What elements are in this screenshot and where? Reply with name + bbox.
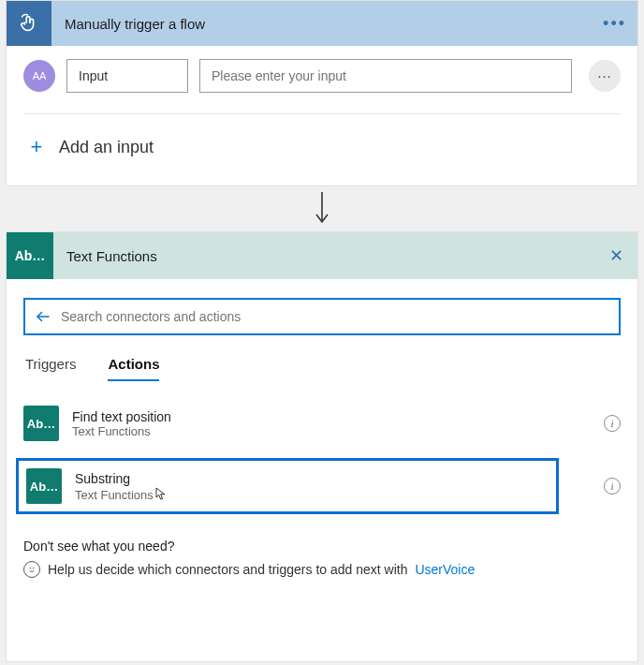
cursor-icon — [150, 488, 168, 502]
input-more-button[interactable]: … — [589, 60, 621, 92]
trigger-header[interactable]: Manually trigger a flow ••• — [7, 1, 637, 46]
svg-point-2 — [30, 568, 31, 569]
back-arrow-icon[interactable] — [35, 308, 51, 325]
text-functions-icon: Ab… — [23, 406, 59, 441]
touch-icon — [7, 1, 51, 46]
text-functions-icon: Ab… — [7, 232, 53, 279]
input-name-field[interactable] — [66, 59, 188, 93]
action-picker-card: Ab… Text Functions ✕ Triggers Actions Ab… — [6, 231, 638, 662]
action-picker-title: Text Functions — [53, 248, 594, 264]
action-name: Substring — [75, 471, 168, 486]
actions-list: Ab… Find text position Text Functions i … — [23, 398, 621, 514]
add-input-button[interactable]: + Add an input — [23, 114, 621, 180]
smiley-icon — [23, 561, 40, 578]
trigger-body: AA … + Add an input — [7, 46, 637, 185]
uservoice-link[interactable]: UserVoice — [415, 562, 475, 577]
help-line: Help us decide which connectors and trig… — [23, 561, 621, 578]
input-value-field[interactable] — [199, 59, 572, 93]
action-connector: Text Functions — [72, 424, 171, 438]
trigger-title: Manually trigger a flow — [51, 16, 603, 32]
tab-actions[interactable]: Actions — [108, 356, 159, 381]
add-input-label: Add an input — [59, 138, 154, 157]
tab-triggers[interactable]: Triggers — [25, 356, 76, 381]
help-block: Don't see what you need? Help us decide … — [23, 539, 621, 578]
flow-connector-arrow — [0, 186, 644, 231]
action-row-findtext: Ab… Find text position Text Functions i — [23, 398, 621, 449]
svg-point-3 — [33, 568, 34, 569]
close-button[interactable]: ✕ — [594, 245, 637, 266]
trigger-card: Manually trigger a flow ••• AA … + Add a… — [6, 0, 638, 186]
plus-icon: + — [27, 135, 46, 159]
action-name: Find text position — [72, 409, 171, 424]
action-picker-body: Triggers Actions Ab… Find text position … — [7, 279, 637, 597]
action-picker-header[interactable]: Ab… Text Functions ✕ — [7, 232, 637, 279]
action-connector: Text Functions — [75, 488, 154, 502]
action-find-text-position[interactable]: Ab… Find text position Text Functions — [23, 398, 593, 449]
info-icon[interactable]: i — [604, 415, 621, 432]
input-row: AA … — [23, 59, 621, 93]
search-input[interactable] — [61, 309, 609, 324]
picker-tabs: Triggers Actions — [25, 356, 619, 381]
action-substring[interactable]: Ab… Substring Text Functions — [16, 458, 559, 514]
trigger-menu-button[interactable]: ••• — [603, 15, 626, 32]
info-icon[interactable]: i — [604, 478, 621, 495]
search-field-wrap[interactable] — [23, 298, 621, 335]
text-functions-icon: Ab… — [26, 468, 62, 504]
input-type-chip[interactable]: AA — [23, 60, 55, 92]
help-question: Don't see what you need? — [23, 539, 621, 554]
action-row-substring: Ab… Substring Text Functions i — [23, 458, 621, 514]
help-text: Help us decide which connectors and trig… — [48, 562, 407, 577]
